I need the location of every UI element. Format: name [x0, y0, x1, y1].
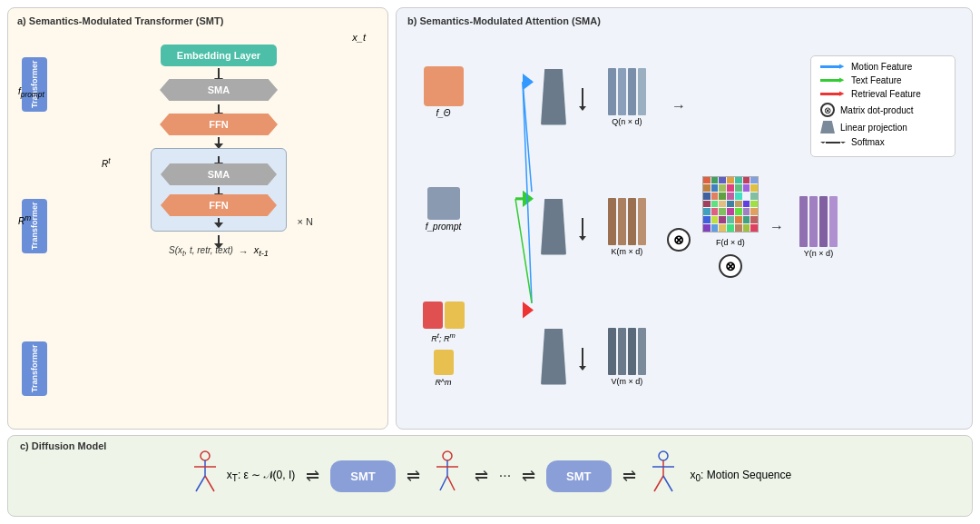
circle-x-icon: ⊗ — [820, 103, 835, 117]
double-arrow-5: ⇌ — [622, 466, 636, 486]
x0-label: x0: Motion Sequence — [691, 469, 792, 483]
f-matrix — [702, 176, 759, 232]
double-arrow-2: ⇌ — [407, 466, 420, 486]
proj-k — [541, 199, 566, 255]
q-label: Q(n × d) — [612, 117, 642, 126]
rt-rm-label: Rt; Rm — [431, 331, 455, 343]
svg-line-3 — [523, 82, 532, 192]
xt-formula: xT: ε ∼ 𝒩(0, I) — [227, 469, 295, 483]
smt-block-1: SMT — [330, 460, 395, 492]
legend-proj: Linear projection — [820, 121, 946, 133]
dots: ··· — [499, 468, 511, 484]
projections-col — [537, 32, 570, 421]
retrieval-inputs: Rt; Rm R^m — [411, 302, 475, 387]
motion-feature-label: Motion Feature — [851, 62, 912, 72]
stick-figure-xt — [189, 450, 221, 501]
legend-box: ▶ Motion Feature ▶ — [810, 55, 956, 157]
sma-box-2: SMA — [161, 163, 277, 185]
rm-block-top — [445, 302, 465, 329]
transformer-block-2: Transformer — [22, 199, 47, 253]
ffn-box-2: FFN — [161, 194, 277, 216]
xt1-label: xt-1 — [254, 244, 269, 258]
ops-col: → ⊗ — [662, 32, 695, 421]
proj-v — [541, 329, 566, 385]
rt-label: Rt — [102, 156, 111, 169]
panel-c: c) Diffusion Model xT: ε ∼ 𝒩(0, I) — [7, 435, 973, 517]
svg-point-6 — [201, 451, 210, 460]
legend-softmax: Softmax — [820, 137, 946, 147]
arrow-ffn2-out — [218, 218, 220, 223]
arrow-in-repeat — [218, 156, 220, 163]
fprompt-label: fprompt — [18, 86, 44, 99]
legend-retrieval: ▶ Retrieval Feature — [820, 89, 946, 99]
proj-icon — [820, 121, 835, 133]
embedding-box: Embedding Layer — [161, 44, 277, 66]
arrow-embed-sma — [218, 68, 220, 79]
f-col: F(d × d) ⊗ — [699, 32, 762, 421]
ftheta-label: f_Θ — [436, 108, 450, 118]
svg-point-11 — [443, 451, 452, 460]
panel-a-label: a) Semantics-Modulated Transformer (SMT) — [17, 15, 378, 26]
mid-arrows — [573, 32, 592, 421]
transformer-block-1: Transformer — [22, 57, 47, 112]
softmax-label: Softmax — [851, 137, 885, 147]
v-matrix-item: V(m × d) — [608, 328, 646, 386]
smt-flow: x_t Embedding Layer fprompt SMA — [59, 32, 378, 421]
qkv-matrices: Q(n × d) K(m × d) — [595, 32, 659, 421]
main-container: a) Semantics-Modulated Transformer (SMT)… — [0, 0, 980, 524]
rt-rm-blocks — [423, 302, 465, 329]
k-label: K(m × d) — [612, 247, 643, 256]
double-arrow-4: ⇌ — [522, 466, 535, 486]
double-arrow-3: ⇌ — [475, 466, 488, 486]
fprompt-input: f_prompt — [411, 187, 475, 232]
stick-figure-x0 — [647, 450, 680, 501]
panel-c-wrapper: c) Diffusion Model xT: ε ∼ 𝒩(0, I) — [7, 435, 973, 517]
y-label: Y(n × d) — [804, 249, 833, 258]
stick-figure-mid — [431, 450, 464, 501]
legend-dotprod: ⊗ Matrix dot-product — [820, 103, 946, 117]
svg-line-9 — [196, 476, 205, 491]
panel-b-wrapper: b) Semantics-Modulated Attention (SMA) f… — [396, 7, 973, 430]
panel-c-inner: xT: ε ∼ 𝒩(0, I) ⇌ SMT ⇌ — [21, 450, 959, 501]
connector-arrows — [479, 32, 534, 421]
f-label: F(d × d) — [716, 238, 745, 247]
svg-point-16 — [659, 451, 668, 460]
ftheta-input: f_Θ — [411, 66, 475, 118]
rt-block — [423, 302, 443, 329]
smt-block-2: SMT — [546, 460, 611, 492]
proj-q — [541, 69, 566, 125]
arrow-sma2-ffn2 — [218, 187, 220, 194]
formula-text: S(xt, t, retr, text) — [169, 245, 233, 258]
svg-line-14 — [440, 476, 447, 490]
panel-a-inner: Transformer Transformer Transformer x_t — [17, 32, 378, 421]
top-row: a) Semantics-Modulated Transformer (SMT)… — [7, 7, 973, 430]
q-matrix-item: Q(n × d) — [608, 68, 646, 126]
arrow-out — [218, 235, 220, 244]
svg-line-10 — [205, 476, 214, 491]
fprompt-label-b: f_prompt — [426, 222, 461, 232]
svg-line-19 — [654, 476, 663, 491]
xt-group: xT: ε ∼ 𝒩(0, I) — [189, 450, 295, 501]
arrow-to-y: → — [766, 32, 788, 421]
double-arrow-1: ⇌ — [306, 466, 319, 486]
arrow-sma-ffn — [218, 104, 220, 114]
circle-op-1: ⊗ — [667, 228, 691, 252]
ftheta-block — [424, 66, 464, 106]
rm-label-b: R^m — [435, 378, 451, 387]
fprompt-block — [427, 187, 460, 220]
k-matrix-item: K(m × d) — [608, 198, 646, 256]
legend-motion: ▶ Motion Feature — [820, 62, 946, 72]
ffn-box-1: FFN — [160, 114, 278, 135]
repeat-box: Rt SMA FFN × N — [151, 148, 287, 232]
text-feature-label: Text Feature — [851, 75, 902, 85]
panel-b: b) Semantics-Modulated Attention (SMA) f… — [396, 7, 973, 430]
rm-label: Rm — [18, 213, 31, 226]
sma-inputs: f_Θ f_prompt Rt — [407, 32, 475, 421]
arrow-ffn-repeat — [218, 137, 220, 144]
repeat-label: × N — [298, 216, 313, 227]
retrieval-feature-label: Retrieval Feature — [851, 89, 921, 99]
rm-block-bottom — [434, 350, 454, 375]
panel-a: a) Semantics-Modulated Transformer (SMT)… — [7, 7, 388, 430]
matrix-dot-label: Matrix dot-product — [840, 105, 914, 115]
v-label: V(m × d) — [612, 377, 643, 386]
